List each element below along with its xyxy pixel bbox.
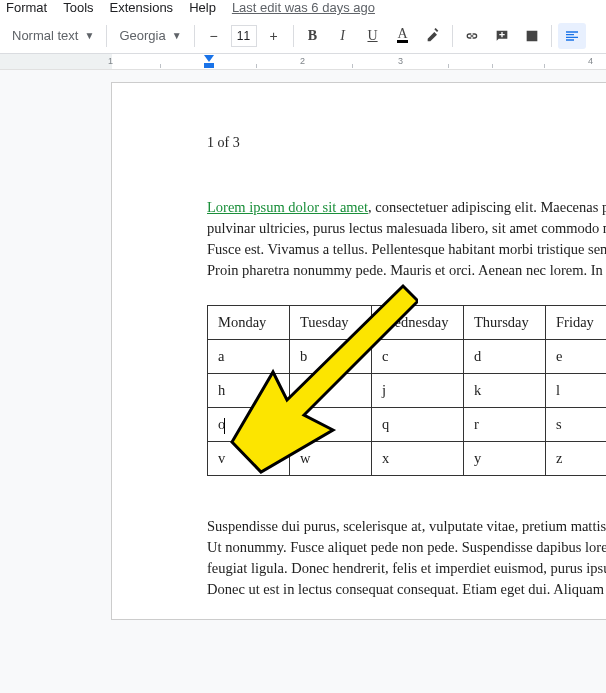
insert-link-button[interactable] xyxy=(459,23,485,49)
document-canvas[interactable]: 1 of 3 Lorem ipsum dolor sit amet, conse… xyxy=(0,70,606,693)
table-header-cell[interactable]: Tuesday xyxy=(290,306,372,340)
image-icon xyxy=(524,28,540,44)
doc-table[interactable]: Monday Tuesday Wednesday Thursday Friday… xyxy=(207,305,606,476)
chevron-down-icon: ▼ xyxy=(172,30,182,41)
comment-icon xyxy=(494,28,510,44)
table-cell[interactable]: v xyxy=(208,442,290,476)
separator xyxy=(551,25,552,47)
separator xyxy=(293,25,294,47)
toolbar: Normal text ▼ Georgia ▼ − 11 + B I U A xyxy=(0,18,606,54)
last-edit-link[interactable]: Last edit was 6 days ago xyxy=(232,0,375,15)
menu-tools[interactable]: Tools xyxy=(63,0,93,15)
underline-button[interactable]: U xyxy=(360,23,386,49)
menu-format[interactable]: Format xyxy=(6,0,47,15)
hyperlink[interactable]: Lorem ipsum dolor sit amet xyxy=(207,199,368,215)
align-left-icon xyxy=(564,28,580,44)
style-dropdown[interactable]: Normal text ▼ xyxy=(6,24,100,47)
separator xyxy=(194,25,195,47)
chevron-down-icon: ▼ xyxy=(84,30,94,41)
table-cell[interactable]: l xyxy=(546,374,607,408)
ruler-indent-marker[interactable] xyxy=(204,55,214,62)
table-cell[interactable]: q xyxy=(372,408,464,442)
font-increase-button[interactable]: + xyxy=(261,23,287,49)
ruler-number: 4 xyxy=(588,56,593,66)
insert-image-button[interactable] xyxy=(519,23,545,49)
table-cell[interactable]: a xyxy=(208,340,290,374)
highlight-icon xyxy=(425,28,441,44)
menu-help[interactable]: Help xyxy=(189,0,216,15)
cell-dropdown-handle[interactable]: ▾ xyxy=(271,420,283,430)
font-decrease-button[interactable]: − xyxy=(201,23,227,49)
table-cell[interactable]: h xyxy=(208,374,290,408)
table-cell-active[interactable]: o ▾ xyxy=(208,408,290,442)
table-cell[interactable]: b xyxy=(290,340,372,374)
menu-extensions[interactable]: Extensions xyxy=(110,0,174,15)
style-label: Normal text xyxy=(12,28,78,43)
table-cell[interactable]: y xyxy=(464,442,546,476)
document-page[interactable]: 1 of 3 Lorem ipsum dolor sit amet, conse… xyxy=(111,82,606,620)
table-cell[interactable]: p xyxy=(290,408,372,442)
table-header-cell[interactable]: Friday xyxy=(546,306,607,340)
table-cell[interactable]: c xyxy=(372,340,464,374)
table-header-row[interactable]: Monday Tuesday Wednesday Thursday Friday xyxy=(208,306,607,340)
ruler-number: 3 xyxy=(398,56,403,66)
table-row[interactable]: v w x y z xyxy=(208,442,607,476)
font-size-input[interactable]: 11 xyxy=(231,25,257,47)
separator xyxy=(452,25,453,47)
ruler[interactable]: 1 2 3 4 xyxy=(0,54,606,70)
insert-comment-button[interactable] xyxy=(489,23,515,49)
table-cell[interactable]: r xyxy=(464,408,546,442)
highlight-button[interactable] xyxy=(420,23,446,49)
table-cell[interactable]: x xyxy=(372,442,464,476)
table-row[interactable]: o ▾ p q r s xyxy=(208,408,607,442)
paragraph[interactable]: Lorem ipsum dolor sit amet, consectetuer… xyxy=(207,197,606,281)
table-cell[interactable]: z xyxy=(546,442,607,476)
menubar: Format Tools Extensions Help Last edit w… xyxy=(0,0,606,18)
text-cursor xyxy=(224,418,225,434)
font-dropdown[interactable]: Georgia ▼ xyxy=(113,24,187,47)
align-button[interactable] xyxy=(558,23,586,49)
table-row[interactable]: h i j k l xyxy=(208,374,607,408)
italic-button[interactable]: I xyxy=(330,23,356,49)
font-label: Georgia xyxy=(119,28,165,43)
ruler-left-margin[interactable] xyxy=(204,63,214,68)
bold-button[interactable]: B xyxy=(300,23,326,49)
text-color-button[interactable]: A xyxy=(390,23,416,49)
paragraph[interactable]: Suspendisse dui purus, scelerisque at, v… xyxy=(207,516,606,600)
page-number: 1 of 3 xyxy=(207,133,606,153)
table-cell[interactable]: w xyxy=(290,442,372,476)
table-header-cell[interactable]: Monday xyxy=(208,306,290,340)
link-icon xyxy=(464,28,480,44)
table-cell[interactable]: i xyxy=(290,374,372,408)
table-cell[interactable]: d xyxy=(464,340,546,374)
separator xyxy=(106,25,107,47)
table-header-cell[interactable]: Wednesday xyxy=(372,306,464,340)
table-row[interactable]: a b c d e xyxy=(208,340,607,374)
table-cell[interactable]: k xyxy=(464,374,546,408)
table-cell[interactable]: e xyxy=(546,340,607,374)
ruler-number: 1 xyxy=(108,56,113,66)
table-cell[interactable]: j xyxy=(372,374,464,408)
table-header-cell[interactable]: Thursday xyxy=(464,306,546,340)
ruler-number: 2 xyxy=(300,56,305,66)
table-cell[interactable]: s xyxy=(546,408,607,442)
